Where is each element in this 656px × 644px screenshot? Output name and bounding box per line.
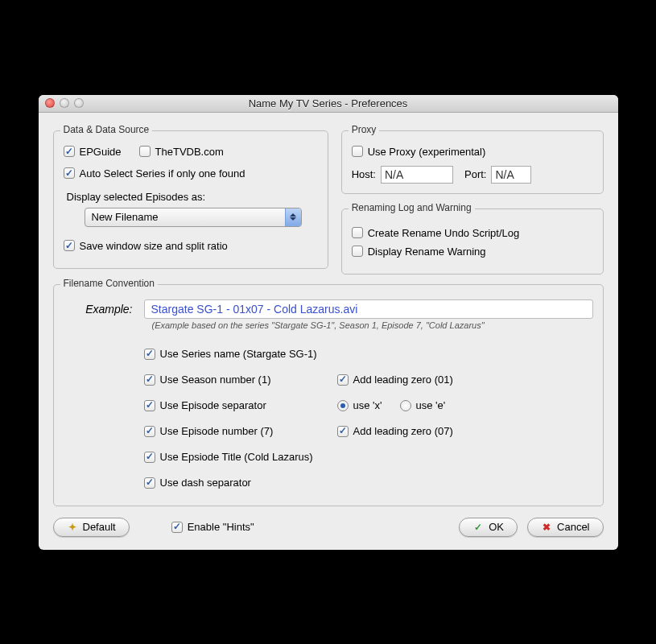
radio-use-e[interactable] — [400, 400, 411, 411]
group-title-data-source: Data & Data Source — [60, 124, 153, 135]
checkbox-save-window[interactable]: Save window size and split ratio — [64, 240, 318, 252]
label-use-ep-num: Use Episode number (7) — [160, 425, 274, 437]
check-icon — [352, 227, 363, 238]
check-icon — [352, 146, 363, 157]
checkbox-use-series[interactable]: Use Series name (Stargate SG-1) — [144, 348, 337, 360]
label-use-ep-title: Use Epsiode Title (Cold Lazarus) — [160, 451, 313, 463]
label-example: Example: — [70, 303, 133, 316]
label-default: Default — [83, 521, 116, 533]
label-port: Port: — [464, 168, 486, 180]
label-thetvdb: TheTVDB.com — [155, 146, 224, 158]
label-epguide: EPGuide — [80, 146, 122, 158]
checkbox-use-ep-sep[interactable]: Use Episode separator — [144, 399, 337, 411]
group-proxy: Proxy Use Proxy (experimental) Host: Por… — [341, 130, 604, 194]
label-cancel: Cancel — [557, 521, 589, 533]
check-icon — [144, 477, 155, 489]
select-display-as[interactable]: New Filename — [85, 208, 302, 227]
ok-button[interactable]: ✓ OK — [459, 518, 518, 537]
check-icon — [352, 246, 363, 257]
checkbox-use-season[interactable]: Use Season number (1) — [144, 374, 337, 386]
preferences-window: Name My TV Series - Preferences Data & D… — [39, 95, 618, 550]
check-icon — [144, 452, 155, 463]
check-icon — [64, 167, 75, 179]
label-use-dash: Use dash separator — [160, 477, 251, 489]
checkbox-use-ep-num[interactable]: Use Episode number (7) — [144, 425, 337, 437]
check-icon — [144, 349, 155, 360]
check-icon — [337, 374, 349, 386]
label-radio-x: use 'x' — [353, 399, 382, 411]
checkbox-thetvdb[interactable]: TheTVDB.com — [139, 146, 224, 158]
label-use-series: Use Series name (Stargate SG-1) — [160, 348, 317, 360]
label-use-season: Use Season number (1) — [160, 374, 271, 386]
group-title-renaming: Renaming Log and Warning — [349, 202, 475, 213]
label-lead-zero-ep: Add leading zero (07) — [353, 425, 453, 437]
label-save-window: Save window size and split ratio — [80, 240, 228, 252]
default-icon: ✦ — [67, 522, 78, 533]
check-icon: ✓ — [472, 522, 484, 533]
label-ok: OK — [489, 521, 504, 533]
checkbox-create-undo[interactable]: Create Rename Undo Script/Log — [352, 227, 593, 239]
window-title: Name My TV Series - Preferences — [39, 97, 618, 109]
checkbox-use-ep-title[interactable]: Use Epsiode Title (Cold Lazarus) — [144, 451, 313, 463]
close-icon: ✖ — [541, 522, 552, 533]
group-title-proxy: Proxy — [349, 124, 380, 135]
label-use-proxy: Use Proxy (experimental) — [368, 146, 486, 158]
checkbox-use-proxy[interactable]: Use Proxy (experimental) — [352, 146, 593, 158]
check-icon — [144, 426, 155, 437]
radio-use-x[interactable] — [337, 400, 349, 411]
group-renaming: Renaming Log and Warning Create Rename U… — [341, 208, 604, 275]
check-icon — [171, 522, 183, 533]
check-icon — [144, 400, 155, 411]
default-button[interactable]: ✦ Default — [53, 518, 130, 537]
label-auto-select: Auto Select Series if only one found — [80, 167, 245, 180]
chevron-updown-icon — [285, 208, 301, 226]
check-icon — [64, 240, 75, 251]
footer: ✦ Default Enable "Hints" ✓ OK ✖ Cancel — [53, 518, 604, 537]
label-host: Host: — [352, 168, 376, 180]
label-use-ep-sep: Use Episode separator — [160, 399, 266, 411]
checkbox-use-dash[interactable]: Use dash separator — [144, 477, 337, 489]
titlebar: Name My TV Series - Preferences — [39, 95, 618, 113]
label-radio-e: use 'e' — [416, 399, 446, 411]
checkbox-enable-hints[interactable]: Enable "Hints" — [171, 521, 254, 533]
check-icon — [337, 426, 349, 437]
check-icon — [64, 146, 75, 157]
content: Data & Data Source EPGuide TheTVDB.com — [39, 113, 618, 550]
example-note: (Example based on the series "Stargate S… — [152, 320, 593, 330]
input-port[interactable] — [491, 166, 531, 184]
checkbox-lead-zero-ep[interactable]: Add leading zero (07) — [337, 425, 453, 437]
cancel-button[interactable]: ✖ Cancel — [527, 518, 603, 537]
input-host[interactable] — [381, 166, 453, 184]
label-lead-zero-season: Add leading zero (01) — [353, 374, 453, 386]
checkbox-auto-select[interactable]: Auto Select Series if only one found — [64, 167, 318, 180]
group-title-filename: Filename Convention — [60, 278, 158, 289]
checkbox-epguide[interactable]: EPGuide — [64, 146, 122, 158]
label-display-warning: Display Rename Warning — [368, 246, 486, 258]
label-enable-hints: Enable "Hints" — [188, 521, 254, 533]
group-filename: Filename Convention Example: Stargate SG… — [53, 284, 604, 506]
example-output: Stargate SG-1 - 01x07 - Cold Lazarus.avi — [144, 299, 593, 319]
select-value: New Filename — [85, 211, 285, 223]
label-display-as: Display selected Episodes as: — [67, 191, 318, 203]
checkbox-display-warning[interactable]: Display Rename Warning — [352, 246, 593, 258]
check-icon — [139, 146, 151, 157]
group-data-source: Data & Data Source EPGuide TheTVDB.com — [53, 130, 328, 269]
check-icon — [144, 374, 155, 386]
label-create-undo: Create Rename Undo Script/Log — [368, 227, 520, 239]
checkbox-lead-zero-season[interactable]: Add leading zero (01) — [337, 374, 453, 386]
